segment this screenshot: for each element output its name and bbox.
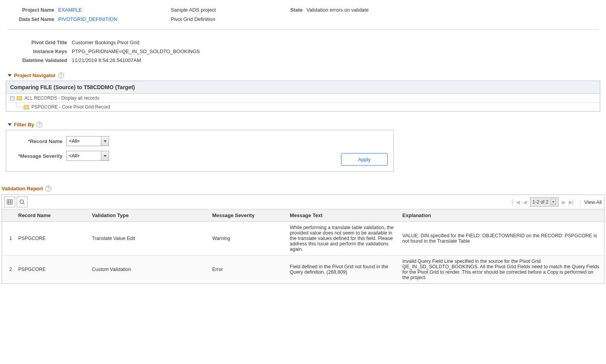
dataset-desc: Pivot Grid Definition xyxy=(171,16,215,22)
help-icon[interactable]: ? xyxy=(58,72,64,78)
project-name-link[interactable]: EXAMPLE xyxy=(58,7,82,13)
instance-keys-label: Instance Keys xyxy=(16,48,72,54)
help-icon[interactable]: ? xyxy=(36,122,42,128)
cell-message: Field defined in the Pivot Grid not foun… xyxy=(287,255,399,284)
tree-root-label: ALL RECORDS - Display all records xyxy=(24,95,99,101)
project-name-label: Project Name xyxy=(16,7,58,13)
separator: | xyxy=(580,199,581,205)
personalize-grid-button[interactable] xyxy=(4,197,15,207)
folder-icon xyxy=(24,105,29,109)
collapse-caret-icon xyxy=(8,123,12,126)
cell-explanation: Invalid Query Field Line specified in th… xyxy=(399,255,604,284)
table-row: 1 PSPGCORE Translate Value Edit Warning … xyxy=(2,222,604,255)
cell-record: PSPGCORE xyxy=(15,255,89,284)
cell-record: PSPGCORE xyxy=(15,222,89,255)
message-severity-filter-label: *Message Severity xyxy=(12,153,66,159)
cell-validation-type: Translate Value Edit xyxy=(89,222,209,255)
validation-grid: ▏◀ ◀ 1-2 of 2 ▶ ▶▏ | View All Record Nam… xyxy=(2,195,604,284)
grid-icon xyxy=(7,199,13,205)
chevron-down-icon xyxy=(551,199,556,205)
grid-toolbar: ▏◀ ◀ 1-2 of 2 ▶ ▶▏ | View All xyxy=(2,195,604,209)
project-navigator-panel: Comparing FILE (Source) to T58CDDMO (Tar… xyxy=(6,81,600,112)
tree-root-row[interactable]: − ALL RECORDS - Display all records xyxy=(6,94,600,103)
cell-severity: Warning xyxy=(209,222,287,255)
state-value: Validation errors on validate xyxy=(306,7,369,13)
last-page-button[interactable]: ▶▏ xyxy=(569,199,577,205)
first-page-button[interactable]: ▏◀ xyxy=(512,199,520,205)
filter-panel: *Record Name *Message Severity Apply xyxy=(6,130,394,172)
tree-child-row[interactable]: PSPGCORE - Core Pivot Grid Record xyxy=(6,103,600,111)
folder-icon xyxy=(17,96,22,100)
view-all-link[interactable]: View All xyxy=(584,199,602,205)
instance-keys-value: PTPG_PGRIDNAME=QE_IN_SD_SOLDTO_BOOKINGS xyxy=(72,48,200,54)
project-navigator-title: Project Navigator xyxy=(14,72,56,78)
project-header: Project Name EXAMPLE Data Set Name PIVOT… xyxy=(8,0,598,30)
project-navigator-header[interactable]: Project Navigator ? xyxy=(0,70,606,81)
validation-table: Record Name Validation Type Message Seve… xyxy=(2,209,604,283)
col-message-severity[interactable]: Message Severity xyxy=(209,209,287,222)
col-row-number xyxy=(2,209,15,222)
svg-rect-0 xyxy=(7,200,12,204)
record-name-select[interactable] xyxy=(66,136,109,146)
page-range[interactable]: 1-2 of 2 xyxy=(530,197,559,207)
find-button[interactable] xyxy=(17,197,28,207)
comparing-title: Comparing FILE (Source) to T58CDDMO (Tar… xyxy=(6,81,600,94)
grid-pager: ▏◀ ◀ 1-2 of 2 ▶ ▶▏ | View All xyxy=(512,197,602,207)
validation-report-header: Validation Report ? xyxy=(0,183,606,195)
datetime-label: Datetime Validated xyxy=(16,57,72,63)
next-page-button[interactable]: ▶ xyxy=(562,199,566,205)
cell-message: While performing a translate table valid… xyxy=(287,222,399,255)
col-message-text[interactable]: Message Text xyxy=(287,209,399,222)
table-row: 2 PSPGCORE Custom Validation Error Field… xyxy=(2,255,604,284)
cell-rownum: 1 xyxy=(2,222,15,255)
tree-child-label: PSPGCORE - Core Pivot Grid Record xyxy=(31,104,110,110)
pivot-title-label: Pivot Grid Title xyxy=(16,40,72,45)
dataset-name-link[interactable]: PIVOTGRID_DEFINITION xyxy=(58,16,117,22)
svg-line-6 xyxy=(23,203,25,205)
cell-severity: Error xyxy=(209,255,287,284)
svg-point-5 xyxy=(20,200,24,204)
filter-by-header[interactable]: Filter By ? xyxy=(0,119,606,130)
message-severity-select[interactable] xyxy=(66,151,109,161)
cell-explanation: VALUE: DIN specified for the FIELD: OBJE… xyxy=(399,222,604,255)
col-record-name[interactable]: Record Name xyxy=(15,209,89,222)
validation-report-title: Validation Report xyxy=(2,186,43,191)
filter-by-title: Filter By xyxy=(14,122,34,128)
tree-collapse-icon[interactable]: − xyxy=(10,96,14,100)
help-icon[interactable]: ? xyxy=(45,186,51,191)
pivot-title-value: Customer Bookings Pivot Grid xyxy=(72,40,139,45)
state-label: State xyxy=(287,7,306,13)
record-name-filter-label: *Record Name xyxy=(12,138,66,144)
datetime-value: 11/21/2019 8:54:26.541007AM xyxy=(72,57,141,63)
page-range-text: 1-2 of 2 xyxy=(533,199,549,205)
apply-button[interactable]: Apply xyxy=(341,153,388,166)
col-validation-type[interactable]: Validation Type xyxy=(89,209,209,222)
collapse-caret-icon xyxy=(8,74,12,77)
dataset-name-label: Data Set Name xyxy=(16,16,58,22)
cell-rownum: 2 xyxy=(2,255,15,284)
col-explanation[interactable]: Explanation xyxy=(399,209,604,222)
prev-page-button[interactable]: ◀ xyxy=(523,199,527,205)
project-desc: Sample ADS project xyxy=(171,7,216,13)
detail-block: Pivot Grid Title Customer Bookings Pivot… xyxy=(0,30,606,70)
search-icon xyxy=(19,199,25,205)
cell-validation-type: Custom Validation xyxy=(89,255,209,284)
